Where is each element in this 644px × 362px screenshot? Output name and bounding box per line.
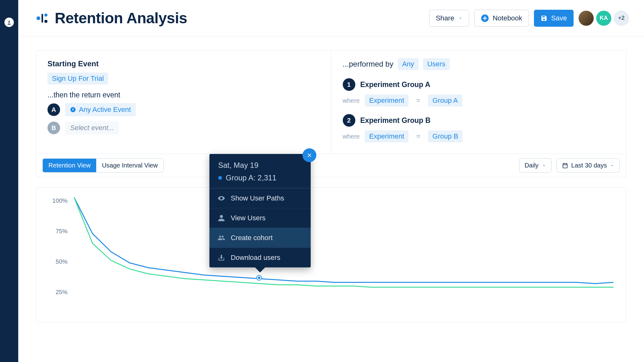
chart-area: 100% 75% 50% 25% bbox=[49, 197, 613, 319]
y-tick-50: 50% bbox=[56, 258, 68, 265]
date-range-value: Last 30 days bbox=[571, 162, 607, 169]
product-logo-icon bbox=[4, 18, 14, 27]
view-users-label: View Users bbox=[231, 214, 266, 222]
notebook-label: Notebook bbox=[493, 14, 522, 22]
save-label: Save bbox=[551, 14, 567, 22]
close-button[interactable] bbox=[303, 148, 316, 162]
granularity-value: Daily bbox=[525, 162, 538, 169]
config-card: Starting Event Sign Up For Trial ...then… bbox=[36, 50, 626, 154]
svg-point-0 bbox=[36, 16, 40, 20]
group-2-name: Experiment Group B bbox=[360, 116, 431, 125]
group-1-value-pill[interactable]: Group A bbox=[428, 95, 462, 107]
chevron-down-icon bbox=[458, 16, 463, 20]
download-users-item[interactable]: Download users bbox=[209, 248, 311, 267]
config-right-panel: ...performed by Any Users 1 Experiment G… bbox=[331, 51, 626, 154]
amplitude-event-icon bbox=[70, 107, 76, 112]
badge-b: B bbox=[47, 122, 60, 134]
group-2-prop-pill[interactable]: Experiment bbox=[365, 130, 408, 142]
performed-by-row: ...performed by Any Users bbox=[343, 58, 615, 70]
group-1-row: 1 Experiment Group A bbox=[343, 78, 615, 91]
avatar-user-1[interactable] bbox=[579, 11, 594, 26]
plot-area[interactable] bbox=[74, 197, 613, 319]
analysis-type-icon bbox=[36, 12, 48, 25]
collaborators: KA +2 bbox=[579, 11, 629, 26]
avatar-user-2[interactable]: KA bbox=[596, 11, 611, 26]
eye-icon bbox=[218, 195, 225, 202]
create-cohort-item[interactable]: Create cohort bbox=[209, 228, 311, 248]
tooltip-value-row: Group A: 2,311 bbox=[218, 173, 302, 182]
y-tick-100: 100% bbox=[52, 197, 68, 204]
series-color-dot-icon bbox=[218, 176, 222, 180]
save-icon bbox=[541, 15, 547, 22]
hover-point-icon bbox=[257, 276, 261, 280]
left-nav-rail bbox=[0, 0, 18, 362]
performed-by-label: ...performed by bbox=[343, 60, 393, 69]
view-users-item[interactable]: View Users bbox=[209, 208, 311, 228]
plus-circle-icon bbox=[481, 14, 489, 22]
return-event-a-label: Any Active Event bbox=[79, 106, 131, 114]
header-actions: Share Notebook Save KA +2 bbox=[429, 10, 629, 27]
svg-point-3 bbox=[44, 20, 47, 23]
eq-1: = bbox=[414, 96, 423, 105]
main-area: Retention Analysis Share Notebook Save K… bbox=[18, 0, 644, 362]
save-button[interactable]: Save bbox=[534, 10, 574, 27]
group-2-value-pill[interactable]: Group B bbox=[428, 130, 463, 142]
share-button[interactable]: Share bbox=[429, 10, 469, 27]
group-1-name: Experiment Group A bbox=[360, 80, 430, 89]
any-pill[interactable]: Any bbox=[398, 58, 419, 70]
group-1-prop-pill[interactable]: Experiment bbox=[365, 95, 408, 107]
tooltip-date: Sat, May 19 bbox=[218, 161, 302, 170]
view-toolbar: Retention View Usage Interval View Daily… bbox=[36, 154, 626, 177]
group-1-badge: 1 bbox=[343, 78, 355, 91]
page-title: Retention Analysis bbox=[55, 9, 187, 27]
chevron-down-icon bbox=[610, 163, 614, 168]
where-label-2: where bbox=[343, 133, 360, 140]
eq-2: = bbox=[414, 132, 423, 140]
download-icon bbox=[218, 254, 225, 261]
show-user-paths-label: Show User Paths bbox=[231, 194, 284, 202]
return-event-label: ...then the return event bbox=[47, 91, 320, 99]
users-group-icon bbox=[218, 234, 225, 242]
chart-svg bbox=[74, 197, 613, 319]
svg-rect-1 bbox=[42, 14, 43, 23]
return-event-b-placeholder[interactable]: Select event... bbox=[65, 121, 119, 134]
svg-point-2 bbox=[44, 14, 47, 17]
users-pill[interactable]: Users bbox=[423, 58, 450, 70]
return-event-a-pill[interactable]: Any Active Event bbox=[65, 103, 136, 116]
group-1-where: where Experiment = Group A bbox=[343, 95, 615, 107]
chevron-down-icon bbox=[542, 163, 546, 168]
badge-a: A bbox=[47, 103, 60, 116]
notebook-button[interactable]: Notebook bbox=[474, 10, 529, 27]
share-label: Share bbox=[436, 14, 454, 22]
content: Starting Event Sign Up For Trial ...then… bbox=[18, 36, 644, 362]
starting-event-pill[interactable]: Sign Up For Trial bbox=[47, 73, 108, 85]
retention-view-tab[interactable]: Retention View bbox=[43, 159, 96, 172]
retention-chart: 100% 75% 50% 25% bbox=[36, 187, 626, 322]
y-tick-75: 75% bbox=[56, 228, 68, 235]
tooltip-arrow-icon bbox=[255, 267, 265, 272]
config-left-panel: Starting Event Sign Up For Trial ...then… bbox=[36, 51, 331, 154]
chart-controls: Daily Last 30 days bbox=[519, 158, 620, 173]
download-users-label: Download users bbox=[231, 254, 280, 262]
return-event-b-row: B Select event... bbox=[47, 121, 320, 134]
where-label-1: where bbox=[343, 97, 360, 104]
granularity-select[interactable]: Daily bbox=[519, 158, 551, 173]
tooltip-menu: Show User Paths View Users Create cohort… bbox=[209, 188, 311, 267]
page-header: Retention Analysis Share Notebook Save K… bbox=[18, 0, 644, 36]
date-range-select[interactable]: Last 30 days bbox=[557, 158, 620, 173]
calendar-icon bbox=[562, 162, 568, 169]
return-event-a-row: A Any Active Event bbox=[47, 103, 320, 116]
usage-interval-view-tab[interactable]: Usage Interval View bbox=[96, 159, 164, 172]
tooltip-series-value: Group A: 2,311 bbox=[226, 173, 276, 182]
title-wrap: Retention Analysis bbox=[36, 9, 187, 27]
create-cohort-label: Create cohort bbox=[231, 234, 273, 242]
starting-event-label: Starting Event bbox=[47, 59, 320, 68]
view-toggle: Retention View Usage Interval View bbox=[42, 158, 164, 173]
group-2-where: where Experiment = Group B bbox=[343, 130, 615, 142]
close-icon bbox=[306, 152, 313, 158]
group-2-row: 2 Experiment Group B bbox=[343, 114, 615, 127]
avatar-more-button[interactable]: +2 bbox=[614, 11, 629, 26]
user-icon bbox=[218, 214, 225, 222]
tooltip-header: Sat, May 19 Group A: 2,311 bbox=[209, 154, 311, 188]
show-user-paths-item[interactable]: Show User Paths bbox=[209, 188, 311, 208]
